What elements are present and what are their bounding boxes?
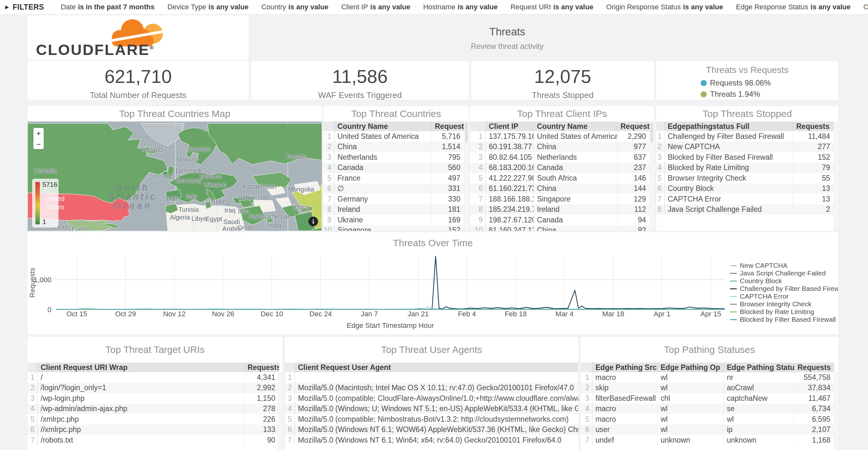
column-header[interactable]: Requests⌄: [794, 363, 834, 372]
table-row[interactable]: 1Challenged by Filter Based Firewall11,4…: [656, 131, 834, 142]
chart-legend-item[interactable]: Challenged by Filter Based Firewall: [730, 285, 838, 293]
table-row[interactable]: 7/robots.txt90: [28, 435, 279, 446]
table-row[interactable]: 380.82.64.105Netherlands637: [470, 152, 650, 163]
table-row[interactable]: 6∅331: [323, 183, 464, 194]
info-icon[interactable]: i: [308, 217, 318, 226]
column-header[interactable]: Requests⌄: [244, 363, 279, 372]
world-map[interactable]: CanadaUnitedStatesMexicoCubaIcelandIrela…: [28, 121, 322, 231]
table-row[interactable]: 5/xmlrpc.php226: [28, 414, 279, 425]
table-row[interactable]: 8185.234.219.70Ireland112: [470, 204, 650, 215]
table-row[interactable]: 4macrowlse6,734: [581, 404, 834, 414]
user-agents-tile: Top Threat User Agents Client Request Us…: [285, 337, 578, 450]
table-row[interactable]: 1: [285, 372, 578, 383]
table-row[interactable]: 9Ukraine169: [323, 215, 464, 225]
table-row[interactable]: 7Germany330: [323, 194, 464, 204]
table-row[interactable]: 1/4,341: [28, 372, 279, 383]
legend-item[interactable]: Requests 98.06%: [701, 79, 794, 87]
filter-item[interactable]: Origin Response Statusis any value: [606, 3, 723, 11]
column-header[interactable]: Edge Pathing Op: [657, 363, 723, 372]
map-svg: [28, 121, 322, 231]
filter-item[interactable]: Device Typeis any value: [167, 3, 248, 11]
table-row[interactable]: 2Mozilla/5.0 (Macintosh; Intel Mac OS X …: [285, 383, 578, 393]
table-row[interactable]: 5macrowlwl6,595: [581, 414, 834, 425]
column-header[interactable]: Requests⌄: [793, 121, 834, 131]
kpi-label: Threats Stopped: [471, 90, 654, 100]
table-row[interactable]: 10Singapore152: [323, 225, 464, 231]
table-row[interactable]: 4Mozilla/5.0 (Windows; U; Windows NT 5.1…: [285, 404, 578, 414]
filter-item[interactable]: Countryis any value: [261, 3, 328, 11]
chart-legend-item[interactable]: Java Script Challenge Failed: [730, 269, 838, 277]
column-header[interactable]: Client Request URI Wrap: [37, 363, 244, 372]
table-row[interactable]: 260.191.38.77China977: [470, 142, 650, 152]
table-row[interactable]: 4/wp-admin/admin-ajax.php278: [28, 404, 279, 414]
table-row[interactable]: 1137.175.79.166United States of America2…: [470, 131, 650, 142]
table-row[interactable]: 1macrowlnr554,758: [581, 372, 834, 383]
filter-item[interactable]: Hostnameis any value: [423, 3, 498, 11]
table-row[interactable]: 2New CAPTCHA277: [656, 142, 834, 152]
table-row[interactable]: 8Ireland181: [323, 204, 464, 215]
column-header[interactable]: Country Name: [534, 121, 617, 131]
zoom-in-button[interactable]: +: [33, 128, 44, 139]
zoom-out-button[interactable]: −: [33, 139, 44, 149]
table-row[interactable]: 5France497: [323, 173, 464, 183]
filter-item[interactable]: Client IPis any value: [341, 3, 410, 11]
table-row[interactable]: 7Mozilla/5.0 (Windows NT 6.1; Win64; x64…: [285, 435, 578, 446]
legend-item[interactable]: Threats 1.94%: [701, 90, 794, 99]
table-row[interactable]: 6userwlip2,107: [581, 425, 834, 435]
table-row[interactable]: 9198.27.67.120Canada94: [470, 215, 650, 225]
table-row[interactable]: 3filterBasedFirewallchlcaptchaNew11,467: [581, 393, 834, 404]
table-row[interactable]: 3Mozilla/5.0 (compatible; CloudFlare-Alw…: [285, 393, 578, 404]
table-row[interactable]: 3Netherlands795: [323, 152, 464, 163]
svg-text:Nov 26: Nov 26: [212, 310, 235, 318]
chart-legend-item[interactable]: New CAPTCHA: [730, 262, 838, 269]
scrollbar[interactable]: [834, 372, 838, 450]
table-row[interactable]: 2/login/?login_only=12,992: [28, 383, 279, 393]
chart-legend-item[interactable]: Browser Integrity Check: [730, 300, 838, 308]
table-row[interactable]: 541.222.227.98South Africa146: [470, 173, 650, 183]
scrollbar[interactable]: [278, 372, 282, 450]
table-row[interactable]: 3Blocked by Filter Based Firewall152: [656, 152, 834, 163]
client-ips-tile: Top Threat Client IPs Client IPCountry N…: [470, 106, 654, 231]
scrollbar[interactable]: [650, 121, 654, 231]
column-header[interactable]: Edgepathingstatus Full: [664, 121, 793, 131]
table-row[interactable]: 6Mozilla/5.0 (Windows NT 6.1; WOW64) App…: [285, 425, 578, 435]
table-row[interactable]: 5Browser Integrity Check55: [656, 173, 834, 183]
table-row[interactable]: 7188.166.188.152Singapore129: [470, 194, 650, 204]
chart-legend-item[interactable]: CAPTCHA Error: [730, 293, 838, 300]
scrollbar[interactable]: [464, 121, 469, 231]
table-row[interactable]: 7CAPTCHA Error13: [656, 194, 834, 204]
filter-item[interactable]: Origin IPis any value: [864, 3, 868, 11]
table-row[interactable]: 4Blocked by Rate Limiting79: [656, 163, 834, 173]
table-row[interactable]: 6Country Block13: [656, 183, 834, 194]
table-row[interactable]: 1061.160.247.137China92: [470, 225, 650, 231]
table-row[interactable]: 661.160.221.73China144: [470, 183, 650, 194]
column-header[interactable]: Requests⌄: [431, 121, 464, 131]
column-header[interactable]: Client Request User Agent: [294, 363, 578, 372]
filter-item[interactable]: Edge Response Statusis any value: [736, 3, 851, 11]
column-header[interactable]: Country Name: [334, 121, 431, 131]
filter-item[interactable]: Request URIis any value: [510, 3, 593, 11]
table-row[interactable]: 3/wp-login.php1,150: [28, 393, 279, 404]
table-row[interactable]: 468.183.200.167Canada237: [470, 163, 650, 173]
column-header[interactable]: Client IP: [486, 121, 534, 131]
dashboard: ▶ FILTERS Dateis in the past 7 monthsDev…: [0, 0, 868, 450]
row-index: 8: [470, 204, 486, 215]
chart-legend-item[interactable]: Blocked by Filter Based Firewall: [730, 316, 838, 323]
filters-toggle[interactable]: ▶ FILTERS: [5, 3, 44, 11]
chart-legend-item[interactable]: Country Block: [730, 277, 838, 285]
scrollbar[interactable]: [834, 121, 838, 231]
table-row[interactable]: 6//xmlrpc.php133: [28, 425, 279, 435]
filter-item[interactable]: Dateis in the past 7 months: [61, 3, 155, 11]
table-row[interactable]: 7undefunknownunknown1,168: [581, 435, 834, 446]
column-header[interactable]: Requests⌄: [617, 121, 650, 131]
chart-legend-item[interactable]: Blocked by Rate Limiting: [730, 308, 838, 316]
column-header[interactable]: Edge Pathing Src: [592, 363, 657, 372]
table-row[interactable]: 2skipwlaoCrawl37,834: [581, 383, 834, 393]
table-row[interactable]: 2China1,514: [323, 142, 464, 152]
table-row[interactable]: 1United States of America5,716: [323, 131, 464, 142]
table-row[interactable]: 8Java Script Challenge Failed2: [656, 204, 834, 215]
cloudflare-logo[interactable]: CLOUDFLARE®: [36, 17, 177, 59]
table-row[interactable]: 4Canada560: [323, 163, 464, 173]
table-row[interactable]: 5Mozilla/5.0 (compatible; Nimbostratus-B…: [285, 414, 578, 425]
column-header[interactable]: Edge Pathing Status: [723, 363, 794, 372]
